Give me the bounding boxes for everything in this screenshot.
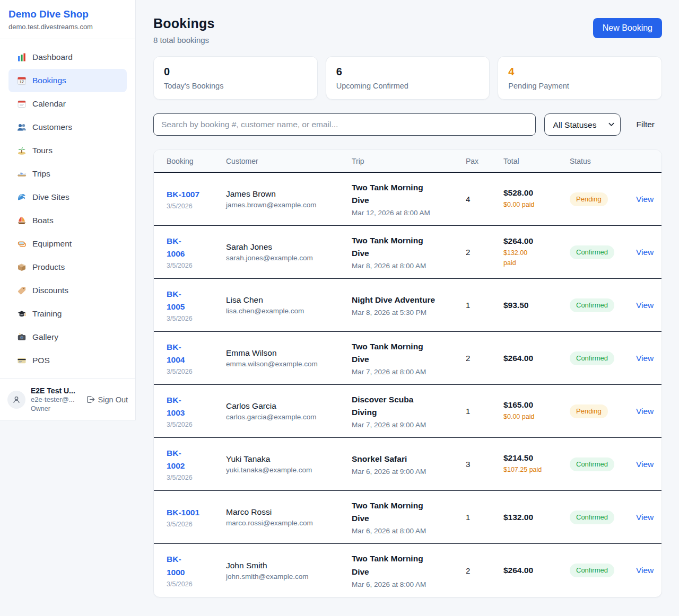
- sidebar-item-label: Equipment: [32, 239, 72, 249]
- graduation-cap-icon: [17, 309, 27, 319]
- tag-icon: [17, 286, 27, 295]
- column-header-trip: Trip: [352, 157, 466, 165]
- sailboat-icon: [17, 216, 27, 225]
- trip-datetime: Mar 8, 2026 at 5:30 PM: [352, 309, 460, 316]
- sidebar-item-label: Trips: [32, 169, 50, 179]
- booking-link[interactable]: BK- 1006: [167, 235, 185, 260]
- customer-name: Lisa Chen: [226, 295, 346, 305]
- sidebar-item-trips[interactable]: Trips: [8, 162, 127, 186]
- trip-cell: Snorkel Safari Mar 6, 2026 at 9:00 AM: [352, 453, 466, 476]
- pax-cell: 1: [466, 407, 503, 416]
- sidebar-item-products[interactable]: Products: [8, 256, 127, 279]
- shop-header: Demo Dive Shop demo.test.divestreams.com: [0, 0, 135, 39]
- actions-cell: View: [636, 513, 659, 522]
- sign-out-icon: [86, 395, 95, 404]
- sidebar-item-customers[interactable]: Customers: [8, 116, 127, 139]
- customer-name: Marco Rossi: [226, 507, 346, 517]
- trip-cell: Two Tank Morning Dive Mar 7, 2026 at 8:0…: [352, 340, 466, 376]
- table-row: BK- 1006 3/5/2026 Sarah Jones sarah.jone…: [154, 226, 661, 279]
- view-link[interactable]: View: [636, 354, 654, 363]
- table-row: BK- 1004 3/5/2026 Emma Wilson emma.wilso…: [154, 332, 661, 385]
- diving-mask-icon: [17, 239, 27, 249]
- trip-name: Snorkel Safari: [352, 453, 460, 465]
- search-input[interactable]: [153, 113, 536, 136]
- view-link[interactable]: View: [636, 407, 654, 416]
- view-link[interactable]: View: [636, 460, 654, 469]
- actions-cell: View: [636, 566, 659, 575]
- sidebar-item-gallery[interactable]: Gallery: [8, 325, 127, 349]
- booking-link[interactable]: BK- 1000: [167, 553, 185, 578]
- sidebar-item-dashboard[interactable]: Dashboard: [8, 46, 127, 69]
- sidebar-item-label: Calendar: [32, 99, 66, 109]
- sidebar-item-boats[interactable]: Boats: [8, 209, 127, 232]
- pax-cell: 3: [466, 460, 503, 469]
- customer-email: emma.wilson@example.com: [226, 360, 346, 368]
- booking-cell: BK- 1006 3/5/2026: [167, 235, 226, 269]
- paid-amount: $0.00 paid: [503, 200, 564, 209]
- paid-amount: $132.00 paid: [503, 248, 564, 267]
- view-link[interactable]: View: [636, 513, 654, 522]
- customer-cell: John Smith john.smith@example.com: [226, 561, 352, 580]
- sidebar-item-label: Discounts: [32, 286, 68, 295]
- column-header-customer: Customer: [226, 157, 352, 165]
- table-row: BK- 1003 3/5/2026 Carlos Garcia carlos.g…: [154, 385, 661, 438]
- trip-name: Two Tank Morning Dive: [352, 181, 460, 207]
- status-badge: Confirmed: [570, 564, 614, 577]
- view-link[interactable]: View: [636, 566, 654, 575]
- actions-cell: View: [636, 248, 659, 257]
- trip-name: Discover Scuba Diving: [352, 393, 460, 419]
- booking-link[interactable]: BK- 1002: [167, 447, 185, 472]
- sidebar-item-equipment[interactable]: Equipment: [8, 232, 127, 256]
- customer-cell: Carlos Garcia carlos.garcia@example.com: [226, 401, 352, 421]
- sidebar-item-tours[interactable]: Tours: [8, 139, 127, 162]
- view-link[interactable]: View: [636, 248, 654, 257]
- bookings-table: Booking Customer Trip Pax Total Status B…: [153, 149, 662, 597]
- trip-name: Two Tank Morning Dive: [352, 234, 460, 260]
- pax-cell: 2: [466, 566, 503, 575]
- booking-link[interactable]: BK-1007: [167, 188, 199, 201]
- sidebar-item-bookings[interactable]: 17 Bookings: [8, 69, 127, 92]
- trip-cell: Two Tank Morning Dive Mar 8, 2026 at 8:0…: [352, 234, 466, 270]
- stat-label: Today's Bookings: [164, 82, 307, 90]
- status-badge: Confirmed: [570, 245, 614, 259]
- customer-name: Sarah Jones: [226, 242, 346, 252]
- booking-link[interactable]: BK- 1003: [167, 394, 185, 419]
- sign-out-button[interactable]: Sign Out: [86, 395, 128, 404]
- sidebar: Demo Dive Shop demo.test.divestreams.com…: [0, 0, 136, 420]
- booking-cell: BK- 1004 3/5/2026: [167, 341, 226, 375]
- trip-cell: Two Tank Morning Dive Mar 6, 2026 at 8:0…: [352, 552, 466, 588]
- booking-link[interactable]: BK- 1005: [167, 288, 185, 313]
- sidebar-item-training[interactable]: Training: [8, 302, 127, 325]
- sidebar-item-label: Customers: [32, 122, 72, 132]
- sidebar-item-discounts[interactable]: Discounts: [8, 279, 127, 302]
- paid-amount: $107.25 paid: [503, 465, 564, 474]
- view-link[interactable]: View: [636, 195, 654, 204]
- trip-datetime: Mar 6, 2026 at 8:00 AM: [352, 580, 460, 588]
- total-amount: $264.00: [503, 236, 564, 246]
- booking-link[interactable]: BK-1001: [167, 506, 199, 519]
- paid-amount: $0.00 paid: [503, 412, 564, 421]
- customer-cell: Lisa Chen lisa.chen@example.com: [226, 295, 352, 315]
- status-select[interactable]: All Statuses: [544, 113, 621, 136]
- sidebar-item-pos[interactable]: POS: [8, 349, 127, 372]
- sidebar-item-calendar[interactable]: Calendar: [8, 92, 127, 116]
- page-subtitle: 8 total bookings: [153, 36, 215, 45]
- view-link[interactable]: View: [636, 301, 654, 310]
- booking-link[interactable]: BK- 1004: [167, 341, 185, 366]
- total-cell: $264.00: [503, 354, 570, 363]
- trip-datetime: Mar 6, 2026 at 8:00 AM: [352, 527, 460, 535]
- stat-value: 0: [164, 66, 307, 78]
- total-cell: $165.00 $0.00 paid: [503, 400, 570, 421]
- status-badge: Confirmed: [570, 457, 614, 471]
- sidebar-item-dive-sites[interactable]: Dive Sites: [8, 186, 127, 209]
- status-cell: Confirmed: [570, 298, 636, 312]
- package-icon: [17, 262, 27, 272]
- booking-date: 3/5/2026: [167, 580, 221, 588]
- filter-button[interactable]: Filter: [629, 120, 662, 129]
- booking-cell: BK- 1002 3/5/2026: [167, 447, 226, 481]
- credit-card-icon: [17, 356, 27, 365]
- new-booking-button[interactable]: New Booking: [593, 18, 662, 38]
- user-email: e2e-tester@...: [31, 395, 75, 404]
- stats-cards: 0 Today's Bookings 6 Upcoming Confirmed …: [153, 56, 662, 100]
- customer-cell: Emma Wilson emma.wilson@example.com: [226, 348, 352, 368]
